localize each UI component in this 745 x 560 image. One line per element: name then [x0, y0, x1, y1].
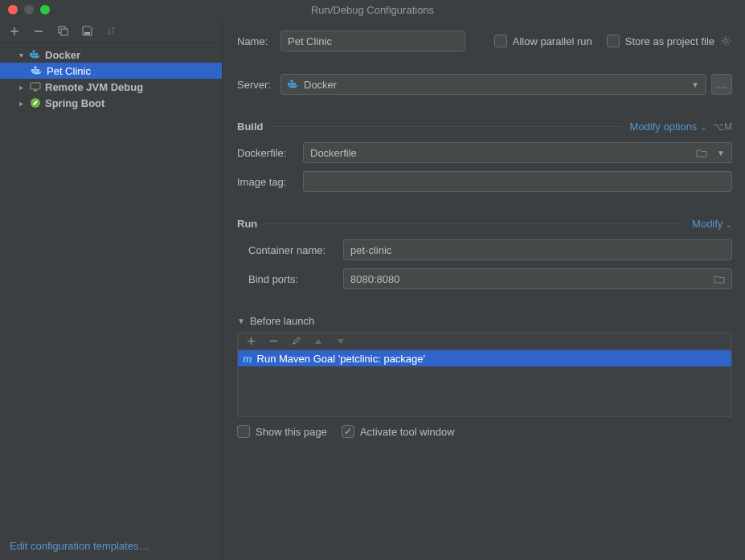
store-as-file-checkbox[interactable]: Store as project file [607, 35, 714, 47]
chevron-down-icon: ▼ [237, 317, 245, 325]
svg-rect-10 [35, 67, 37, 69]
modify-options-link[interactable]: Modify options ⌄ [630, 121, 706, 133]
sidebar: ▾ Docker Pet Clinic ▸ Remote JVM Debug ▸… [0, 19, 223, 560]
gear-icon[interactable] [719, 35, 732, 47]
before-launch-list: m Run Maven Goal 'petclinic: package' [237, 349, 732, 417]
save-icon[interactable] [80, 25, 93, 38]
docker-icon [288, 80, 299, 89]
docker-icon [29, 48, 42, 61]
checkbox-icon [237, 425, 250, 438]
svg-rect-15 [288, 83, 290, 85]
svg-rect-9 [37, 69, 39, 72]
svg-rect-1 [61, 29, 68, 35]
close-window-button[interactable] [8, 5, 18, 14]
dockerfile-label: Dockerfile: [237, 147, 303, 159]
maven-icon: m [243, 353, 252, 365]
bind-ports-label: Bind ports: [248, 273, 343, 285]
copy-icon[interactable] [56, 25, 69, 38]
minimize-window-button[interactable] [24, 5, 34, 14]
folder-icon[interactable] [714, 275, 725, 284]
before-launch-header[interactable]: ▼ Before launch [237, 315, 732, 327]
modify-link[interactable]: Modify ⌄ [692, 218, 732, 230]
move-up-icon[interactable] [312, 335, 325, 348]
tree-item-remote-jvm[interactable]: ▸ Remote JVM Debug [0, 79, 222, 95]
bind-ports-input[interactable]: 8080:8080 [343, 268, 732, 289]
svg-rect-5 [35, 53, 38, 55]
svg-rect-7 [31, 69, 34, 72]
container-name-input[interactable]: pet-clinic [343, 239, 732, 260]
svg-rect-18 [291, 80, 293, 83]
chevron-down-icon: ▼ [691, 80, 699, 89]
folder-icon[interactable] [696, 149, 707, 157]
image-tag-input[interactable] [303, 171, 732, 192]
main-panel: Name: Pet Clinic Allow parallel run Stor… [223, 19, 745, 560]
chevron-down-icon: ▼ [717, 149, 725, 157]
spring-icon [29, 96, 42, 109]
svg-rect-17 [293, 83, 296, 85]
tree-item-label: Pet Clinic [47, 65, 91, 77]
svg-rect-6 [33, 51, 35, 53]
run-section-header: Run [237, 218, 257, 230]
sort-icon[interactable] [104, 25, 117, 38]
config-tree: ▾ Docker Pet Clinic ▸ Remote JVM Debug ▸… [0, 43, 222, 532]
remove-icon[interactable] [32, 25, 45, 38]
chevron-right-icon: ▸ [16, 99, 26, 108]
svg-rect-3 [30, 53, 32, 55]
svg-point-14 [724, 39, 727, 43]
image-tag-label: Image tag: [237, 176, 303, 188]
sidebar-toolbar [0, 19, 222, 43]
server-label: Server: [237, 79, 280, 91]
build-section-header: Build [237, 121, 264, 133]
chevron-right-icon: ▸ [16, 83, 26, 92]
tree-item-spring-boot[interactable]: ▸ Spring Boot [0, 95, 222, 111]
window-title: Run/Debug Configurations [0, 4, 745, 16]
docker-icon [31, 64, 43, 77]
edit-templates-link[interactable]: Edit configuration templates… [10, 540, 149, 552]
remote-icon [29, 80, 42, 93]
edit-icon[interactable] [289, 335, 302, 348]
add-icon[interactable] [244, 335, 257, 348]
checkbox-checked-icon: ✓ [342, 425, 354, 438]
add-icon[interactable] [8, 25, 21, 38]
svg-rect-8 [35, 69, 37, 72]
remove-icon[interactable] [267, 335, 280, 348]
server-select[interactable]: Docker ▼ [280, 74, 706, 95]
svg-rect-16 [291, 83, 293, 85]
modify-options-shortcut: ⌥M [713, 121, 732, 133]
svg-rect-12 [34, 90, 37, 92]
titlebar: Run/Debug Configurations [0, 0, 745, 19]
move-down-icon[interactable] [334, 335, 347, 348]
container-name-label: Container name: [248, 244, 343, 256]
activate-tool-window-checkbox[interactable]: ✓ Activate tool window [342, 425, 455, 438]
window-buttons [0, 5, 50, 14]
svg-rect-11 [31, 83, 40, 89]
svg-rect-2 [84, 32, 90, 35]
maximize-window-button[interactable] [40, 5, 50, 14]
before-launch-item[interactable]: m Run Maven Goal 'petclinic: package' [238, 350, 731, 366]
svg-rect-4 [33, 53, 35, 55]
name-input[interactable]: Pet Clinic [280, 31, 465, 51]
checkbox-icon [607, 35, 620, 47]
checkbox-icon [494, 35, 507, 47]
chevron-down-icon: ▾ [16, 51, 26, 59]
allow-parallel-checkbox[interactable]: Allow parallel run [494, 35, 592, 47]
tree-item-label: Spring Boot [45, 97, 104, 109]
tree-item-label: Remote JVM Debug [45, 81, 143, 93]
before-launch-toolbar [237, 332, 732, 349]
show-this-page-checkbox[interactable]: Show this page [237, 425, 327, 438]
tree-item-docker[interactable]: ▾ Docker [0, 47, 222, 63]
tree-item-label: Docker [45, 49, 80, 61]
dockerfile-input[interactable]: Dockerfile ▼ [303, 142, 732, 163]
tree-item-pet-clinic[interactable]: Pet Clinic [0, 63, 222, 79]
name-label: Name: [237, 35, 280, 47]
server-browse-button[interactable]: … [711, 74, 732, 95]
